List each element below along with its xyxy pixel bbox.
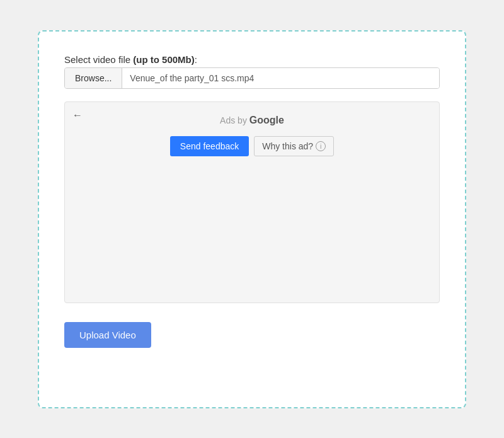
main-card: Select video file (up to 500Mb): Browse.…: [38, 30, 466, 408]
label-suffix-text: :: [195, 54, 197, 65]
label-emphasis-text: (up to 500Mb): [133, 54, 195, 65]
ad-container: ← Ads by Google Send feedback Why this a…: [64, 101, 440, 303]
file-name-display: Venue_of the party_01 scs.mp4: [122, 68, 439, 88]
label-prefix-text: Select video file: [64, 54, 133, 65]
ad-actions: Send feedback Why this ad? i: [75, 136, 429, 156]
google-brand: Google: [249, 115, 284, 125]
page-wrapper: Select video file (up to 500Mb): Browse.…: [0, 0, 504, 438]
file-section: Select video file (up to 500Mb): Browse.…: [64, 54, 440, 89]
file-section-label: Select video file (up to 500Mb):: [64, 54, 440, 65]
ad-header: Ads by Google: [75, 115, 429, 126]
upload-video-button[interactable]: Upload Video: [64, 322, 151, 348]
ad-back-arrow-button[interactable]: ←: [72, 110, 83, 121]
browse-button[interactable]: Browse...: [65, 68, 122, 88]
why-this-ad-button[interactable]: Why this ad? i: [254, 136, 334, 156]
file-input-row: Browse... Venue_of the party_01 scs.mp4: [64, 67, 440, 89]
info-icon: i: [316, 141, 326, 151]
send-feedback-button[interactable]: Send feedback: [170, 136, 249, 156]
ads-by-prefix: Ads by: [220, 115, 249, 125]
why-this-ad-label: Why this ad?: [262, 141, 313, 151]
